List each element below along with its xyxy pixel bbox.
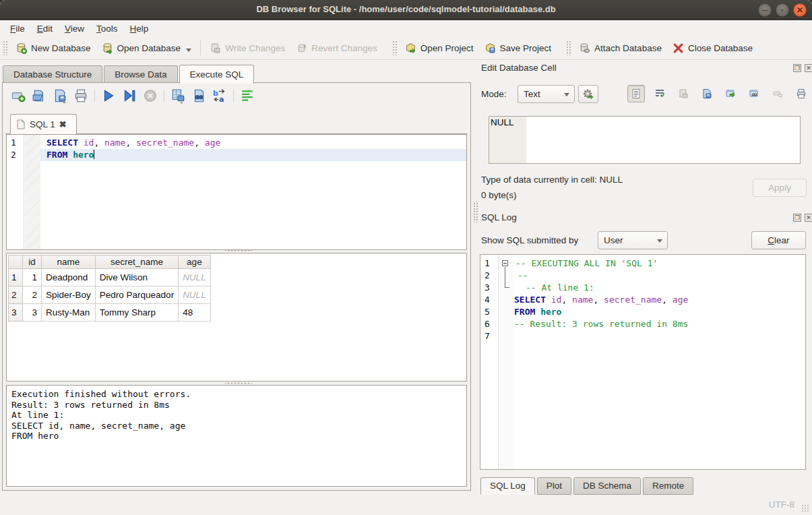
tab-sql-log[interactable]: SQL Log	[480, 477, 535, 495]
word-wrap-button[interactable]	[651, 85, 668, 102]
cell-secret-name[interactable]: Dive Wilson	[95, 269, 178, 286]
cell-id[interactable]: 2	[23, 286, 42, 304]
close-icon[interactable]: ✕	[793, 3, 807, 17]
write-changes-button[interactable]: Write Changes	[204, 39, 290, 57]
tab-db-schema[interactable]: DB Schema	[573, 477, 641, 495]
cell-value-editor[interactable]: NULL	[489, 116, 801, 164]
resize-grip[interactable]	[801, 504, 809, 512]
maximize-icon[interactable]: ▫	[776, 3, 789, 17]
tab-database-structure[interactable]: Database Structure	[3, 65, 102, 84]
save-project-button[interactable]: Save Project	[479, 39, 557, 57]
apply-button[interactable]: Apply	[753, 179, 807, 197]
log-filter-select[interactable]: User	[598, 231, 668, 249]
auto-switch-mode-button[interactable]	[578, 85, 598, 103]
cell-name[interactable]: Spider-Boy	[42, 286, 96, 304]
new-database-button[interactable]: New Database	[10, 39, 96, 57]
execute-all-icon[interactable]	[101, 88, 116, 103]
sql-doc-tab[interactable]: SQL 1 ✖	[10, 114, 77, 134]
table-row[interactable]: 1 1 Deadpond Dive Wilson NULL	[9, 269, 211, 286]
cell-id[interactable]: 1	[23, 269, 42, 286]
clear-log-button[interactable]: Clear	[751, 231, 806, 249]
table-row[interactable]: 2 2 Spider-Boy Pedro Parqueador NULL	[9, 286, 211, 304]
float-panel-icon[interactable]: ❐	[793, 214, 801, 222]
stop-execution-icon[interactable]	[143, 88, 158, 103]
col-header-name[interactable]: name	[42, 255, 96, 269]
col-header-id[interactable]: id	[23, 255, 42, 269]
export-cell-data-button[interactable]	[722, 85, 739, 102]
open-in-external-button[interactable]	[745, 85, 763, 102]
editor-results-splitter[interactable]	[225, 249, 252, 252]
tab-execute-sql[interactable]: Execute SQL	[179, 65, 255, 84]
open-database-dropdown-icon[interactable]	[186, 49, 191, 52]
execute-line-icon[interactable]	[122, 88, 137, 103]
new-sql-tab-icon[interactable]	[11, 88, 26, 103]
cell-size-info: 0 byte(s)	[481, 190, 517, 200]
database-close-icon	[673, 42, 684, 54]
link-icon	[749, 88, 759, 99]
cell-age[interactable]: 48	[179, 304, 211, 322]
export-csv-icon[interactable]	[170, 88, 185, 103]
cell-id[interactable]: 3	[23, 304, 42, 322]
tab-remote[interactable]: Remote	[643, 477, 693, 495]
svg-text:a: a	[219, 95, 224, 103]
cell-name[interactable]: Rusty-Man	[42, 304, 96, 322]
log-fold-margin[interactable]	[499, 255, 513, 469]
tab-browse-data[interactable]: Browse Data	[104, 65, 177, 84]
fold-collapse-icon[interactable]	[502, 260, 508, 266]
cell-secret-name[interactable]: Pedro Parqueador	[95, 286, 178, 304]
grid-corner[interactable]	[9, 255, 23, 269]
close-panel-icon[interactable]: ✕	[805, 64, 812, 72]
format-sql-icon[interactable]	[240, 88, 255, 103]
text-caret	[94, 150, 94, 159]
table-row[interactable]: 3 3 Rusty-Man Tommy Sharp 48	[9, 304, 211, 322]
text-mode-button[interactable]	[627, 85, 645, 102]
cell-name[interactable]: Deadpond	[42, 269, 96, 286]
col-header-secret-name[interactable]: secret_name	[95, 255, 178, 269]
menu-help[interactable]: Help	[124, 22, 155, 36]
find-icon[interactable]	[191, 88, 206, 103]
window-title: DB Browser for SQLite - /home/user/code/…	[0, 4, 812, 14]
toolbar-grip[interactable]	[392, 40, 397, 55]
menu-edit[interactable]: Edit	[31, 22, 59, 36]
revert-changes-button[interactable]: Revert Changes	[290, 39, 383, 57]
toolbar-grip[interactable]	[3, 40, 7, 55]
cell-age[interactable]: NULL	[179, 269, 211, 286]
titlebar[interactable]: DB Browser for SQLite - /home/user/code/…	[0, 0, 812, 20]
open-sql-file-icon[interactable]	[32, 88, 46, 103]
attach-database-button[interactable]: Attach Database	[573, 39, 667, 57]
close-database-button[interactable]: Close Database	[667, 39, 758, 57]
results-grid[interactable]: id name secret_name age 1 1 Deadpond Div…	[6, 253, 467, 382]
close-sql-tab-icon[interactable]: ✖	[59, 119, 67, 129]
minimize-icon[interactable]: ─	[758, 3, 772, 17]
close-panel-icon[interactable]: ✕	[805, 214, 812, 222]
open-database-button[interactable]: Open Database	[96, 39, 197, 57]
sql-log-view[interactable]: 1 2 3 4 5 6 7 -- EXECUTING ALL IN 'SQL 1…	[480, 254, 806, 470]
mode-select[interactable]: Text	[518, 85, 575, 103]
sql-doc-tab-label: SQL 1	[30, 119, 55, 129]
svg-text:b: b	[213, 89, 218, 98]
save-cell-data-button[interactable]	[698, 85, 716, 102]
toolbar-grip[interactable]	[566, 40, 571, 55]
menu-tools[interactable]: Tools	[90, 22, 124, 36]
set-null-button[interactable]	[769, 85, 786, 102]
replace-icon[interactable]: b a	[212, 88, 227, 103]
print-cell-button[interactable]	[792, 85, 810, 102]
print-icon[interactable]	[73, 88, 88, 103]
tab-plot[interactable]: Plot	[537, 477, 571, 495]
open-file-icon	[678, 88, 689, 99]
sql-editor[interactable]: 1 2 SELECT id, name, secret_name, age FR…	[6, 134, 467, 250]
encoding-status[interactable]: UTF-8	[769, 499, 794, 510]
main-toolbar: New Database Open Database Write Changes	[0, 36, 812, 60]
import-cell-data-button[interactable]	[675, 85, 692, 102]
cell-secret-name[interactable]: Tommy Sharp	[95, 304, 178, 322]
cell-age[interactable]: NULL	[179, 286, 211, 304]
pane-splitter[interactable]	[473, 202, 478, 222]
editor-code-area[interactable]: SELECT id, name, secret_name, age FROM h…	[40, 135, 466, 249]
menu-view[interactable]: View	[59, 22, 90, 36]
float-panel-icon[interactable]: ❐	[793, 64, 801, 72]
menu-file[interactable]: File	[4, 22, 31, 36]
open-project-button[interactable]: Open Project	[400, 39, 479, 57]
col-header-age[interactable]: age	[179, 255, 211, 269]
app-window: DB Browser for SQLite - /home/user/code/…	[0, 0, 812, 515]
save-sql-file-icon[interactable]	[53, 88, 67, 103]
